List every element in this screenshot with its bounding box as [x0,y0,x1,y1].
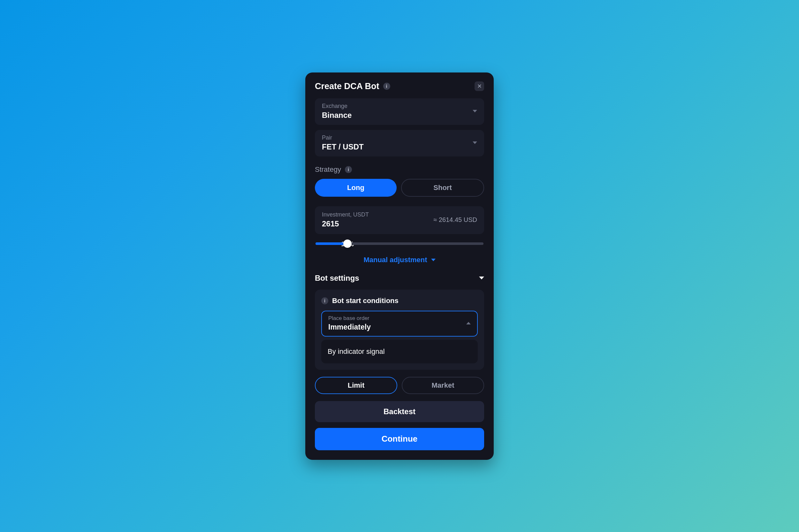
manual-adjustment-toggle[interactable]: Manual adjustment [315,256,484,264]
conditions-title: Bot start conditions [332,297,399,305]
strategy-short-button[interactable]: Short [401,179,484,197]
chevron-down-icon [431,259,436,261]
strategy-label: Strategy [315,166,341,174]
pair-select-text: Pair FET / USDT [322,134,364,151]
investment-text: Investment, USDT 2615 [322,211,369,228]
info-icon[interactable]: i [345,166,352,173]
chevron-up-icon [466,322,471,324]
conditions-header: i Bot start conditions [321,297,478,305]
place-base-order-text: Place base order Immediately [328,315,371,331]
pair-select[interactable]: Pair FET / USDT [315,130,484,156]
investment-value[interactable]: 2615 [322,220,369,228]
order-type-toggle: Limit Market [315,377,484,394]
info-icon[interactable]: i [321,297,328,304]
place-base-order-select[interactable]: Place base order Immediately [321,311,478,337]
slider-track [316,242,483,245]
slider-fill [316,242,347,245]
chevron-down-icon [473,110,477,112]
bot-start-conditions-box: i Bot start conditions Place base order … [315,290,484,370]
order-type-limit-button[interactable]: Limit [315,377,397,394]
investment-box: Investment, USDT 2615 ≈ 2614.45 USD [315,206,484,234]
chevron-down-icon [473,141,477,144]
create-dca-bot-panel: Create DCA Bot i ✕ Exchange Binance Pair… [305,73,494,460]
pair-value: FET / USDT [322,142,364,151]
panel-title: Create DCA Bot [315,81,379,91]
exchange-value: Binance [322,111,351,120]
place-base-order-label: Place base order [328,315,371,322]
manual-adjustment-label: Manual adjustment [363,256,427,264]
slider-thumb[interactable] [343,240,351,248]
exchange-select-text: Exchange Binance [322,103,351,120]
continue-button[interactable]: Continue [315,428,484,450]
investment-label: Investment, USDT [322,211,369,218]
close-icon: ✕ [477,83,482,90]
investment-approx: ≈ 2614.45 USD [433,216,477,224]
bot-settings-title: Bot settings [315,274,359,283]
strategy-long-button[interactable]: Long [315,179,397,197]
strategy-toggle: Long Short [315,179,484,197]
info-icon[interactable]: i [383,83,390,90]
bot-settings-header[interactable]: Bot settings [315,274,484,283]
exchange-select[interactable]: Exchange Binance [315,98,484,125]
order-type-market-button[interactable]: Market [402,377,484,394]
close-button[interactable]: ✕ [475,81,484,91]
panel-header: Create DCA Bot i ✕ [315,81,484,91]
backtest-button[interactable]: Backtest [315,401,484,422]
investment-slider[interactable]: 19% [316,242,483,245]
dropdown-option-by-indicator[interactable]: By indicator signal [321,340,478,363]
panel-header-left: Create DCA Bot i [315,81,390,91]
pair-label: Pair [322,134,364,141]
strategy-label-row: Strategy i [315,166,484,174]
place-base-order-value: Immediately [328,323,371,331]
chevron-down-icon [479,277,484,280]
exchange-label: Exchange [322,103,351,110]
